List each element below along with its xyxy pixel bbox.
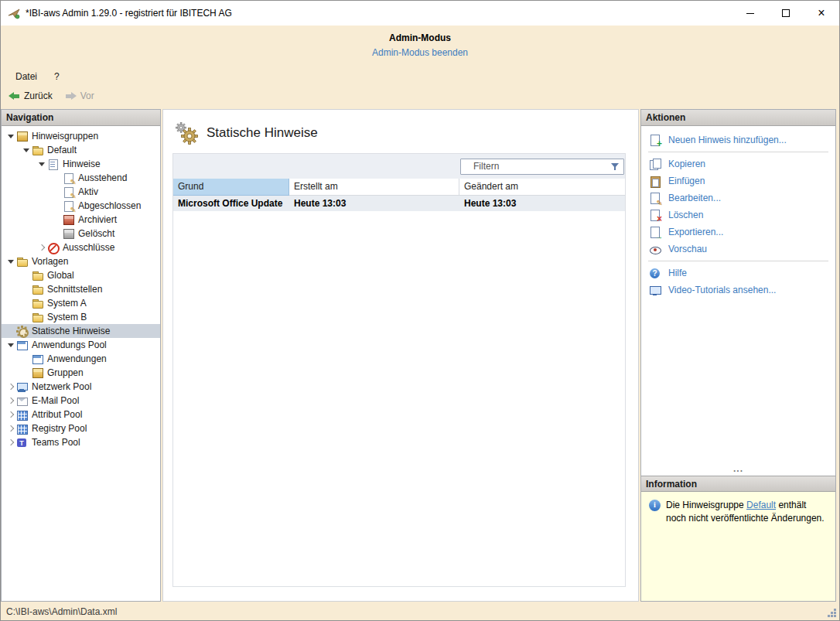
content-panel: Statische Hinweise Grund Erstellt am Geä…	[162, 109, 639, 602]
tree-item-global[interactable]: Global	[2, 268, 160, 282]
tree-item-system-a[interactable]: System A	[2, 296, 160, 310]
action-label: Hilfe	[668, 268, 687, 278]
tree-item-label: Teams Pool	[32, 437, 80, 448]
tree-item-label: Archiviert	[78, 214, 117, 225]
copy-icon	[649, 159, 661, 170]
expander-collapsed-icon[interactable]	[6, 396, 16, 405]
filter-input[interactable]	[461, 161, 610, 172]
default-group-link[interactable]: Default	[746, 500, 776, 510]
hints-list: Grund Erstellt am Geändert am Microsoft …	[172, 153, 626, 587]
expander-placeholder	[22, 354, 32, 363]
pencil-doc-icon	[63, 172, 74, 184]
expander-expanded-icon[interactable]	[6, 257, 16, 266]
action-label: Bearbeiten...	[668, 193, 721, 203]
data-file-path: C:\IBI-aws\Admin\Data.xml	[6, 606, 117, 617]
filter-icon[interactable]	[610, 161, 623, 172]
expander-placeholder	[22, 285, 32, 294]
expander-collapsed-icon[interactable]	[37, 243, 47, 252]
tree-item-default[interactable]: Default	[2, 143, 160, 157]
column-header-erstellt-am[interactable]: Erstellt am	[289, 179, 459, 196]
tree-item-anwendungs-pool[interactable]: Anwendungs Pool	[2, 338, 160, 352]
close-button[interactable]: ×	[804, 1, 839, 26]
tree-item-label: System A	[47, 298, 87, 309]
network-icon	[16, 381, 28, 393]
action-video-tutorials-ansehen[interactable]: Video-Tutorials ansehen...	[641, 281, 835, 299]
expander-placeholder	[22, 368, 32, 377]
action-label: Neuen Hinweis hinzufügen...	[668, 135, 787, 145]
cell-geaendert-am: Heute 13:03	[459, 196, 625, 211]
resize-grip[interactable]	[834, 615, 836, 617]
navigation-header: Navigation	[2, 110, 160, 126]
titlebar: *IBI-aws Admin 1.29.0 - registriert für …	[1, 1, 839, 26]
export-icon	[649, 227, 661, 238]
cell-erstellt-am: Heute 13:03	[289, 196, 459, 211]
expander-expanded-icon[interactable]	[22, 145, 32, 155]
app-window: *IBI-aws Admin 1.29.0 - registriert für …	[0, 0, 840, 621]
actions-overflow[interactable]: ...	[641, 465, 835, 476]
expander-expanded-icon[interactable]	[6, 131, 16, 141]
tree-item-abgeschlossen[interactable]: Abgeschlossen	[2, 199, 160, 213]
admin-mode-banner: Admin-Modus Admin-Modus beenden	[1, 26, 839, 67]
table-row[interactable]: Microsoft Office Update Heute 13:03 Heut…	[173, 196, 625, 211]
tree-item-anwendungen[interactable]: Anwendungen	[2, 352, 160, 366]
admin-mode-title: Admin-Modus	[1, 32, 839, 43]
menu-datei[interactable]: Datei	[9, 70, 44, 84]
tree-item-label: Gelöscht	[78, 228, 114, 239]
window-title: *IBI-aws Admin 1.29.0 - registriert für …	[26, 8, 732, 19]
info-icon	[649, 500, 661, 511]
information-text: Die Hinweisgruppe Default enthält noch n…	[666, 499, 828, 525]
tree-item-attribut-pool[interactable]: Attribut Pool	[2, 408, 160, 421]
column-header-grund[interactable]: Grund	[173, 179, 289, 196]
column-header-geaendert-am[interactable]: Geändert am	[459, 179, 625, 196]
action-vorschau[interactable]: Vorschau	[641, 241, 835, 258]
table-header: Grund Erstellt am Geändert am	[173, 179, 625, 196]
folder-icon	[16, 256, 28, 268]
minimize-button[interactable]	[732, 1, 768, 26]
expander-collapsed-icon[interactable]	[6, 424, 16, 433]
tree-item-gel-scht[interactable]: Gelöscht	[2, 227, 160, 241]
notes-icon	[47, 159, 59, 170]
action-hilfe[interactable]: Hilfe	[641, 264, 835, 281]
maximize-button[interactable]	[768, 1, 804, 26]
tree-item-statische-hinweise[interactable]: Statische Hinweise	[2, 324, 160, 338]
tree-item-netzwerk-pool[interactable]: Netzwerk Pool	[2, 380, 160, 394]
action-l-schen[interactable]: Löschen	[641, 206, 835, 223]
edit-icon	[649, 193, 661, 204]
folder-icon	[32, 312, 43, 323]
admin-mode-exit-link[interactable]: Admin-Modus beenden	[372, 47, 468, 58]
expander-collapsed-icon[interactable]	[6, 410, 16, 419]
tree-item-ausstehend[interactable]: Ausstehend	[2, 171, 160, 185]
tree-item-system-b[interactable]: System B	[2, 310, 160, 324]
action-kopieren[interactable]: Kopieren	[641, 155, 835, 172]
forward-button[interactable]: Vor	[65, 90, 94, 101]
tree-item-gruppen[interactable]: Gruppen	[2, 366, 160, 380]
expander-collapsed-icon[interactable]	[6, 438, 16, 447]
menu-help[interactable]: ?	[47, 70, 67, 84]
action-einf-gen[interactable]: Einfügen	[641, 172, 835, 189]
tree-item-ausschl-sse[interactable]: Ausschlüsse	[2, 241, 160, 254]
expander-placeholder	[53, 201, 63, 210]
folder-icon	[32, 298, 43, 309]
tree-item-hinweisgruppen[interactable]: Hinweisgruppen	[2, 129, 160, 143]
action-exportieren[interactable]: Exportieren...	[641, 223, 835, 241]
tree-item-schnittstellen[interactable]: Schnittstellen	[2, 282, 160, 296]
tree-item-teams-pool[interactable]: Teams Pool	[2, 435, 160, 449]
expander-placeholder	[53, 187, 63, 196]
tree-item-hinweise[interactable]: Hinweise	[2, 157, 160, 171]
maximize-icon	[782, 9, 790, 17]
tree-item-vorlagen[interactable]: Vorlagen	[2, 254, 160, 268]
expander-placeholder	[53, 173, 63, 183]
expander-expanded-icon[interactable]	[37, 159, 47, 169]
tree-item-label: Gruppen	[47, 367, 84, 378]
tree-item-e-mail-pool[interactable]: E-Mail Pool	[2, 394, 160, 408]
action-neuen-hinweis-hinzuf-gen[interactable]: Neuen Hinweis hinzufügen...	[641, 131, 835, 148]
tree-item-archiviert[interactable]: Archiviert	[2, 213, 160, 227]
back-button-label: Zurück	[24, 90, 53, 101]
back-button[interactable]: Zurück	[9, 90, 53, 101]
expander-collapsed-icon[interactable]	[6, 382, 16, 391]
statusbar: C:\IBI-aws\Admin\Data.xml	[1, 603, 839, 620]
action-bearbeiten[interactable]: Bearbeiten...	[641, 189, 835, 206]
tree-item-aktiv[interactable]: Aktiv	[2, 185, 160, 199]
expander-expanded-icon[interactable]	[6, 340, 16, 350]
tree-item-registry-pool[interactable]: Registry Pool	[2, 421, 160, 435]
